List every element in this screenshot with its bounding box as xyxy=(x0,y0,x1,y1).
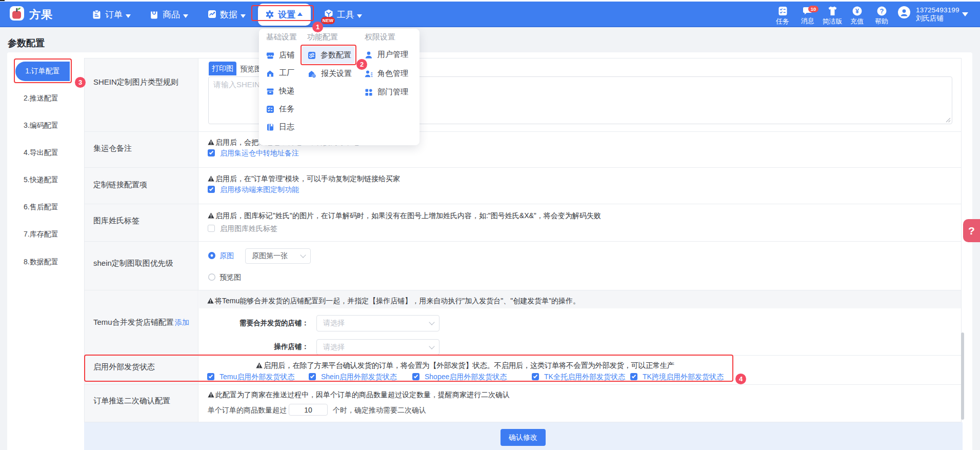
svg-text:?: ? xyxy=(879,7,884,15)
svg-text:¥: ¥ xyxy=(855,8,859,15)
